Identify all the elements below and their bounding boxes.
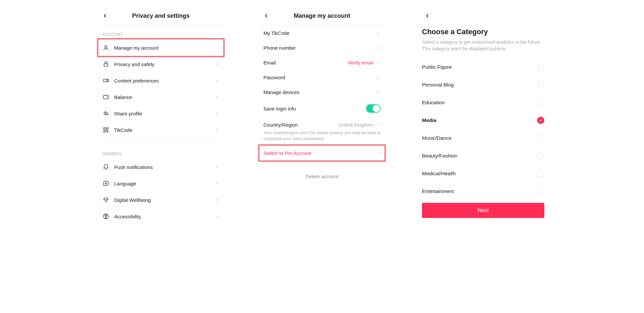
category-label: Media	[422, 117, 436, 123]
row-push-notifications[interactable]: Push notifications	[98, 159, 223, 175]
category-label: Beauty/Fashion	[422, 153, 458, 159]
country-help-text: Your country/region won't be shown publi…	[260, 130, 384, 146]
category-label: Public Figure	[422, 64, 452, 70]
row-language[interactable]: Language	[98, 175, 223, 192]
chevron-right-icon	[376, 46, 381, 50]
row-label: Digital Wellbeing	[114, 197, 215, 203]
svg-rect-6	[107, 128, 108, 129]
row-label: Switch to Pro Account	[263, 150, 377, 156]
umbrella-icon	[102, 196, 110, 204]
back-button[interactable]	[423, 12, 431, 20]
radio-icon	[537, 134, 544, 142]
share-icon	[102, 110, 110, 117]
category-public-figure[interactable]: Public Figure	[421, 58, 546, 76]
page-title: Privacy and settings	[98, 12, 223, 19]
category-beauty-fashion[interactable]: Beauty/Fashion	[421, 147, 546, 165]
chevron-right-icon	[216, 45, 221, 50]
row-switch-pro[interactable]: Switch to Pro Account	[258, 144, 386, 162]
radio-icon	[537, 188, 544, 195]
row-accessibility[interactable]: Accessibility	[98, 208, 223, 225]
chevron-right-icon	[215, 78, 219, 83]
chevron-right-icon	[215, 95, 219, 99]
row-manage-devices[interactable]: Manage devices	[260, 85, 384, 100]
row-label: Phone number	[263, 45, 376, 51]
qr-icon	[102, 126, 110, 133]
category-media[interactable]: Media	[421, 111, 546, 129]
radio-icon	[537, 81, 544, 88]
screen-manage-account: Manage my account My TikCode Phone numbe…	[260, 10, 384, 225]
chevron-right-icon	[215, 181, 219, 186]
row-value: Verify email	[348, 60, 373, 65]
category-personal-blog[interactable]: Personal Blog	[421, 76, 546, 94]
row-content-prefs[interactable]: Content preferences	[98, 72, 223, 89]
row-privacy-safety[interactable]: Privacy and safety	[98, 56, 223, 72]
row-value: United Kingdom	[338, 122, 373, 128]
chevron-right-icon	[376, 75, 381, 80]
row-phone-number[interactable]: Phone number	[260, 40, 384, 55]
category-label: Personal Blog	[422, 82, 454, 88]
radio-icon	[537, 99, 544, 106]
chevron-right-icon	[215, 165, 219, 169]
page-title: Manage my account	[260, 12, 384, 19]
row-save-login[interactable]: Save login info	[260, 100, 384, 117]
screen-choose-category: Choose a Category Select a category to g…	[421, 10, 546, 225]
chevron-left-icon	[263, 13, 269, 19]
row-label: Accessibility	[114, 214, 215, 219]
category-medical-health[interactable]: Medical/Health	[421, 165, 546, 182]
toggle-save-login[interactable]	[366, 104, 381, 113]
svg-rect-5	[104, 128, 105, 129]
category-label: Education	[422, 100, 445, 106]
delete-account-link[interactable]: Delete account	[260, 160, 384, 182]
radio-icon	[537, 152, 544, 159]
row-label: My TikCode	[263, 30, 376, 36]
chevron-right-icon	[215, 62, 219, 66]
row-label: Push notifications	[114, 164, 215, 170]
row-tikcode[interactable]: TikCode	[98, 122, 223, 138]
row-manage-account[interactable]: Manage my account	[97, 38, 225, 57]
svg-rect-1	[104, 64, 108, 66]
row-label: Country/Region	[263, 122, 338, 128]
section-label-general: GENERAL	[98, 145, 223, 159]
category-label: Medical/Health	[422, 171, 456, 177]
header: Privacy and settings	[98, 10, 223, 26]
bell-icon	[102, 163, 110, 171]
radio-icon	[537, 63, 544, 71]
chevron-right-icon	[376, 90, 381, 95]
row-password[interactable]: Password	[260, 70, 384, 85]
category-entertainment[interactable]: Entertainment	[421, 182, 546, 200]
category-music-dance[interactable]: Music/Dance	[421, 129, 546, 147]
row-email[interactable]: Email Verify email	[260, 55, 384, 70]
row-my-tikcode[interactable]: My TikCode	[260, 26, 384, 40]
chevron-right-icon	[377, 151, 382, 156]
svg-point-12	[106, 215, 107, 216]
chevron-right-icon	[215, 128, 219, 132]
row-share-profile[interactable]: Share profile	[98, 105, 223, 122]
chevron-right-icon	[376, 60, 381, 65]
back-button[interactable]	[101, 12, 109, 20]
row-label: Share profile	[114, 111, 215, 116]
row-label: Language	[114, 181, 215, 186]
row-balance[interactable]: Balance	[98, 89, 223, 105]
svg-rect-9	[108, 132, 108, 132]
chevron-right-icon	[215, 214, 219, 219]
next-button[interactable]: Next	[422, 203, 544, 218]
row-label: Balance	[114, 94, 215, 100]
row-label: Manage devices	[263, 89, 376, 95]
svg-point-0	[105, 45, 107, 48]
chevron-right-icon	[376, 123, 381, 127]
chevron-right-icon	[215, 111, 219, 116]
category-label: Music/Dance	[422, 135, 452, 141]
header: Manage my account	[260, 10, 384, 26]
row-country[interactable]: Country/Region United Kingdom	[260, 117, 384, 132]
svg-rect-8	[107, 131, 108, 132]
video-icon	[102, 77, 110, 84]
category-education[interactable]: Education	[421, 94, 546, 111]
chevron-right-icon	[215, 198, 219, 202]
row-digital-wellbeing[interactable]: Digital Wellbeing	[98, 192, 223, 208]
choose-category-subtitle: Select a category to get customized anal…	[421, 39, 546, 58]
svg-rect-2	[104, 79, 107, 82]
section-label-account: ACCOUNT	[98, 26, 223, 39]
header	[421, 10, 546, 18]
back-button[interactable]	[262, 12, 270, 20]
user-icon	[102, 44, 110, 51]
